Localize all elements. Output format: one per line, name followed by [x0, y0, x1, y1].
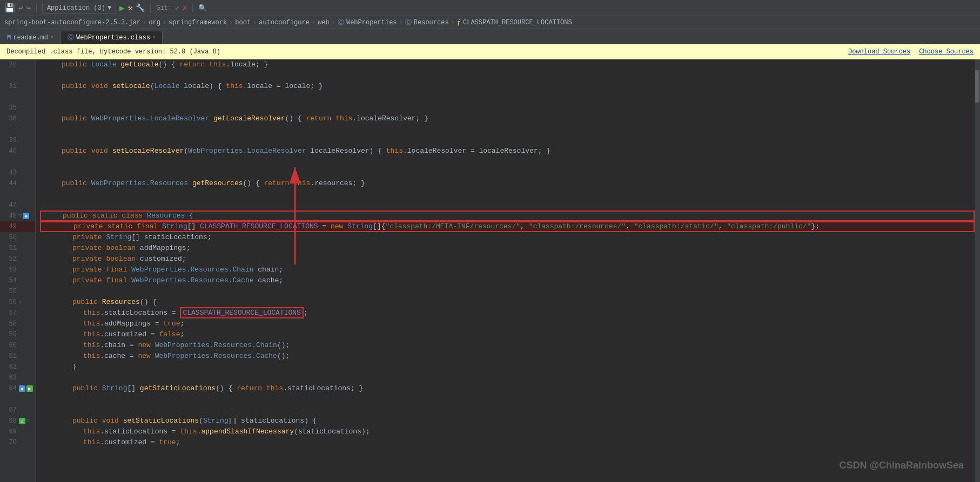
- vertical-scrollbar[interactable]: [975, 59, 980, 482]
- code-line-48: public static class Resources {: [40, 211, 975, 221]
- breadcrumb-autoconfigure[interactable]: autoconfigure: [259, 19, 310, 26]
- sep5: ›: [312, 19, 316, 26]
- breadcrumb-webproperties[interactable]: WebProperties: [346, 19, 397, 26]
- choose-sources-link[interactable]: Choose Sources: [919, 48, 974, 56]
- sep7: ›: [399, 19, 403, 26]
- gutter-icons-68: △ ▽: [19, 418, 35, 424]
- gutter-line-55: 55: [0, 286, 35, 297]
- linenum-67: 67: [0, 405, 19, 416]
- editor: 28 31 35 36: [0, 59, 980, 482]
- code-line-36: public WebProperties.LocaleResolver getL…: [40, 113, 975, 124]
- gutter-line-29: [0, 70, 35, 81]
- info-actions: Download Sources Choose Sources: [848, 48, 974, 56]
- code-line-51: private boolean addMappings;: [40, 243, 975, 254]
- code-line-64: public String[] getStaticLocations() { r…: [40, 383, 975, 394]
- gutter-line-40: 40: [0, 146, 35, 157]
- git-check-icon[interactable]: ✓: [175, 4, 179, 12]
- code-line-54: private final WebProperties.Resources.Ca…: [40, 275, 975, 286]
- gutter-line-53: 53: [0, 264, 35, 275]
- breadcrumb: spring-boot-autoconfigure-2.5.3.jar › or…: [0, 16, 980, 29]
- code-line-44: public WebProperties.Resources getResour…: [40, 178, 975, 189]
- linenum-35: 35: [0, 103, 19, 113]
- gutter-line-37: [0, 124, 35, 135]
- linenum-68: 68: [0, 416, 19, 426]
- linenum-59: 59: [0, 329, 19, 340]
- search-icon[interactable]: 🔍: [198, 4, 207, 12]
- linenum-69: 69: [0, 426, 19, 437]
- scrollbar-thumb[interactable]: [975, 70, 979, 103]
- code-line-53: private final WebProperties.Resources.Ch…: [40, 264, 975, 275]
- linenum-32: [0, 92, 19, 103]
- gutter-line-63: 63: [0, 372, 35, 383]
- linenum-65: [0, 394, 19, 405]
- linenum-53: 53: [0, 264, 19, 275]
- code-line-43: [40, 167, 975, 178]
- gutter-line-60: 60: [0, 340, 35, 351]
- gutter-icons-64: ◆ ▶: [19, 385, 35, 392]
- breadcrumb-org[interactable]: org: [149, 19, 160, 26]
- git-x-icon[interactable]: ✗: [183, 4, 187, 12]
- gutter-line-47: 47: [0, 200, 35, 211]
- breadcrumb-field[interactable]: CLASSPATH_RESOURCE_LOCATIONS: [463, 19, 572, 26]
- fold-48[interactable]: ▽: [19, 214, 22, 219]
- download-sources-link[interactable]: Download Sources: [848, 48, 910, 56]
- breadcrumb-jar[interactable]: spring-boot-autoconfigure-2.5.3.jar: [4, 19, 140, 26]
- tab-readme[interactable]: M readme.md ×: [0, 31, 61, 44]
- linenum-31: 31: [0, 81, 19, 92]
- linenum-37: [0, 124, 19, 135]
- tabs-bar: M readme.md × Ⓒ WebProperties.class ×: [0, 29, 980, 44]
- gutter-line-35: 35: [0, 103, 35, 113]
- tab-webproperties-close[interactable]: ×: [152, 35, 156, 40]
- icon-68[interactable]: △: [19, 418, 25, 424]
- gutter-line-31: 31: [0, 81, 35, 92]
- watermark: CSDN @ChinaRainbowSea: [839, 460, 964, 471]
- code-line-69: this.staticLocations = this.appendSlashI…: [40, 426, 975, 437]
- tab-webproperties[interactable]: Ⓒ WebProperties.class ×: [61, 31, 163, 44]
- linenum-62: 62: [0, 362, 19, 372]
- breadcrumb-boot[interactable]: boot: [235, 19, 251, 26]
- gutter-line-59: 59: [0, 329, 35, 340]
- run-64[interactable]: ▶: [26, 385, 33, 392]
- run-icon[interactable]: ▶: [119, 3, 125, 13]
- gutter-line-58: 58: [0, 318, 35, 329]
- code-area[interactable]: public Locale getLocale() { return this.…: [36, 59, 975, 482]
- build-icon-2[interactable]: 🔧: [136, 3, 145, 12]
- code-line-68: public void setStaticLocations(String[] …: [40, 416, 975, 426]
- code-line-45: [40, 189, 975, 200]
- sep2: ›: [163, 19, 166, 26]
- breadcrumb-springframework[interactable]: springframework: [169, 19, 227, 26]
- code-line-41: [40, 157, 975, 167]
- breadcrumb-web[interactable]: web: [318, 19, 330, 26]
- fold-56[interactable]: ▽: [19, 300, 22, 305]
- build-icon-1[interactable]: ⚒: [128, 3, 132, 12]
- linenum-64: 64: [0, 383, 19, 394]
- gutter-icons-56: ▽: [19, 300, 35, 305]
- gutter-line-69: 69: [0, 426, 35, 437]
- linenum-56: 56: [0, 297, 19, 308]
- gutter-line-28: 28: [0, 59, 35, 70]
- breadcrumb-resources[interactable]: Resources: [414, 19, 449, 26]
- linenum-61: 61: [0, 351, 19, 362]
- code-line-70: this.customized = true;: [40, 437, 975, 448]
- linenum-47: 47: [0, 200, 19, 211]
- linenum-58: 58: [0, 318, 19, 329]
- code-line-67: [40, 405, 975, 416]
- toolbar-icon-1: 💾: [4, 3, 15, 13]
- linenum-40: 40: [0, 146, 19, 157]
- bookmark-64[interactable]: ◆: [19, 385, 25, 392]
- application-dropdown[interactable]: Application (3) ▼: [42, 3, 116, 13]
- gutter-line-36: 36: [0, 113, 35, 124]
- tab-readme-close[interactable]: ×: [50, 35, 53, 40]
- code-lines: public Locale getLocale() { return this.…: [40, 59, 975, 448]
- linenum-51: 51: [0, 243, 19, 254]
- class-tab-icon: Ⓒ: [68, 33, 74, 42]
- linenum-29: [0, 70, 19, 81]
- toolbar-icon-2: ↩: [18, 3, 23, 12]
- linenum-52: 52: [0, 254, 19, 264]
- bookmark-48[interactable]: ◆: [23, 213, 29, 219]
- gutter-line-52: 52: [0, 254, 35, 264]
- linenum-44: 44: [0, 178, 19, 189]
- linenum-48: 48: [0, 211, 19, 221]
- fold-68[interactable]: ▽: [26, 419, 29, 424]
- code-line-59: this.customized = false;: [40, 329, 975, 340]
